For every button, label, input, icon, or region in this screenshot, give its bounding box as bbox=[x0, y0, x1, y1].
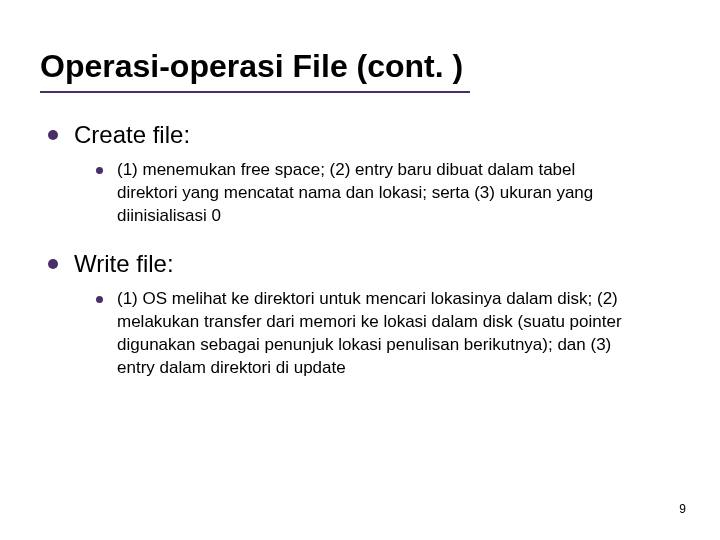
list-item: Create file: bbox=[48, 121, 680, 149]
page-number: 9 bbox=[679, 502, 686, 516]
bullet-icon bbox=[96, 296, 103, 303]
list-item-heading: Write file: bbox=[74, 250, 174, 278]
list-subitem: (1) OS melihat ke direktori untuk mencar… bbox=[96, 288, 640, 380]
list-subitem-text: (1) OS melihat ke direktori untuk mencar… bbox=[117, 288, 640, 380]
list-subitem-text: (1) menemukan free space; (2) entry baru… bbox=[117, 159, 640, 228]
slide-title: Operasi-operasi File (cont. ) bbox=[40, 48, 680, 85]
bullet-icon bbox=[96, 167, 103, 174]
list-item-heading: Create file: bbox=[74, 121, 190, 149]
list-item: Write file: bbox=[48, 250, 680, 278]
bullet-icon bbox=[48, 259, 58, 269]
title-underline bbox=[40, 91, 470, 93]
list-subitem: (1) menemukan free space; (2) entry baru… bbox=[96, 159, 640, 228]
bullet-icon bbox=[48, 130, 58, 140]
